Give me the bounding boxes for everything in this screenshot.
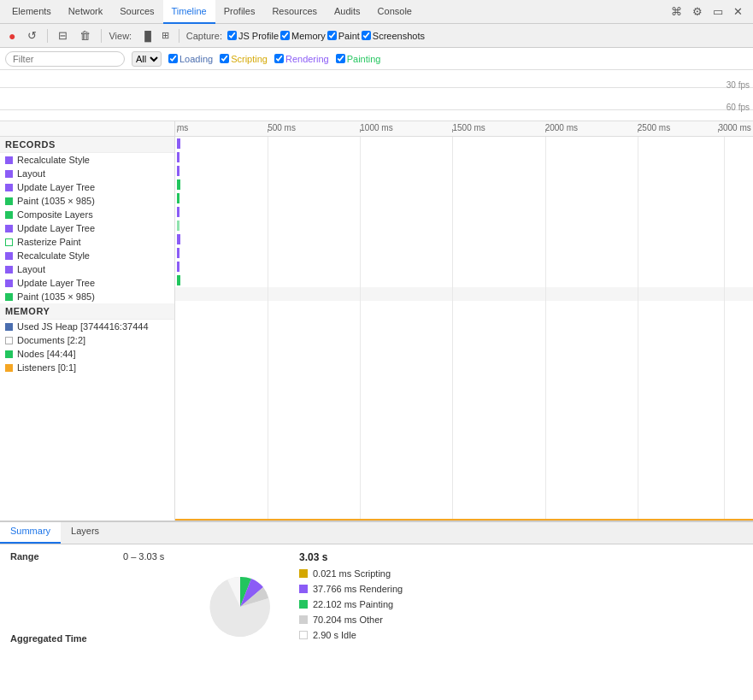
legend-idle: 2.90 s Idle <box>299 630 743 640</box>
tab-resources[interactable]: Resources <box>263 0 326 24</box>
memory-label-3: Nodes [44:44] <box>17 349 76 359</box>
legend-painting: 22.102 ms Painting <box>299 599 743 609</box>
settings2-icon-btn[interactable]: ⊞ <box>159 29 172 42</box>
loading-check[interactable]: Loading <box>168 54 213 64</box>
record-label-9: Layout <box>17 264 45 274</box>
record-rasterize-paint[interactable]: Rasterize Paint <box>0 235 174 249</box>
bar-row-6 <box>175 205 753 219</box>
filter-input[interactable] <box>5 51 125 67</box>
filter-icon-btn[interactable]: ⊟ <box>55 27 71 44</box>
bar-row-8 <box>175 232 753 246</box>
memory-js-heap[interactable]: Used JS Heap [3744416:37444 <box>0 320 174 333</box>
paint-checkbox[interactable] <box>327 31 337 40</box>
memory-label-4: Listeners [0:1] <box>17 362 76 373</box>
record-recalculate-style-2[interactable]: Recalculate Style <box>0 249 174 262</box>
memory-nodes[interactable]: Nodes [44:44] <box>0 347 174 361</box>
record-label-5: Composite Layers <box>17 209 93 220</box>
record-button[interactable]: ● <box>5 27 19 44</box>
scripting-check[interactable]: Scripting <box>220 54 268 64</box>
settings-icon-btn[interactable]: ⚙ <box>689 3 706 20</box>
toolbar: ● ↺ ⊟ 🗑 View: ▐▌ ⊞ Capture: JS Profile M… <box>0 24 753 48</box>
bar-paint-1 <box>177 179 180 190</box>
legend-color-rendering <box>299 585 308 593</box>
close-icon-btn[interactable]: ✕ <box>730 3 746 20</box>
toolbar-separator-1 <box>47 29 48 43</box>
tab-network[interactable]: Network <box>60 0 111 24</box>
rendering-check[interactable]: Rendering <box>274 54 329 64</box>
filter-checks: Loading Scripting Rendering Painting <box>168 54 380 64</box>
bar-recalculate-style-2 <box>177 234 180 244</box>
scripting-checkbox[interactable] <box>220 54 229 63</box>
tab-timeline[interactable]: Timeline <box>163 0 215 24</box>
agg-row: Aggregated Time <box>10 633 113 644</box>
tab-console[interactable]: Console <box>369 0 421 24</box>
tab-layers[interactable]: Layers <box>61 522 109 544</box>
left-panel[interactable]: RECORDS Recalculate Style Layout Update … <box>0 137 175 521</box>
right-panel[interactable] <box>175 137 753 521</box>
record-label-6: Update Layer Tree <box>17 223 95 233</box>
memory-checkbox[interactable] <box>280 31 290 40</box>
total-time: 3.03 s <box>299 551 743 563</box>
summary-pie-container <box>202 551 279 693</box>
tick-500: 500 ms <box>268 123 296 132</box>
time-ruler-left-spacer <box>0 121 175 136</box>
legend-text-idle: 2.90 s Idle <box>313 630 356 640</box>
terminal-icon-btn[interactable]: ⌘ <box>668 3 685 20</box>
toolbar-separator-2 <box>101 29 102 43</box>
record-color-outline-2 <box>5 337 13 344</box>
record-paint-1[interactable]: Paint (1035 × 985) <box>0 194 174 208</box>
capture-checks: JS Profile Memory Paint Screenshots <box>227 31 425 41</box>
record-color-outline-1 <box>5 238 13 246</box>
record-layout-2[interactable]: Layout <box>0 262 174 276</box>
record-color-green-4 <box>5 350 13 358</box>
memory-check[interactable]: Memory <box>280 31 326 41</box>
tab-sources[interactable]: Sources <box>111 0 162 24</box>
bottom-tabs: Summary Layers <box>0 522 753 544</box>
tab-summary[interactable]: Summary <box>0 522 61 544</box>
bottom-content: Range Aggregated Time 0 – 3.03 s <box>0 544 753 700</box>
legend-color-painting <box>299 600 308 609</box>
range-value: 0 – 3.03 s <box>123 551 164 562</box>
js-profile-checkbox[interactable] <box>227 31 237 40</box>
bar-chart-icon-btn[interactable]: ▐▌ <box>138 29 157 42</box>
tab-bar-actions: ⌘ ⚙ ▭ ✕ <box>668 3 750 20</box>
legend-text-rendering: 37.766 ms Rendering <box>313 584 403 594</box>
js-profile-check[interactable]: JS Profile <box>227 31 279 41</box>
tab-profiles[interactable]: Profiles <box>215 0 264 24</box>
record-recalculate-style-1[interactable]: Recalculate Style <box>0 153 174 167</box>
summary-labels: Range Aggregated Time <box>10 551 113 693</box>
memory-listeners[interactable]: Listeners [0:1] <box>0 361 174 374</box>
memory-documents[interactable]: Documents [2:2] <box>0 333 174 347</box>
record-composite-layers[interactable]: Composite Layers <box>0 208 174 221</box>
painting-checkbox[interactable] <box>336 54 345 63</box>
memory-label-2: Documents [2:2] <box>17 335 85 345</box>
record-color-green-1 <box>5 197 13 205</box>
painting-check[interactable]: Painting <box>336 54 381 64</box>
record-update-layer-tree-3[interactable]: Update Layer Tree <box>0 276 174 290</box>
capture-label: Capture: <box>186 31 222 41</box>
loading-checkbox[interactable] <box>168 54 178 63</box>
bar-recalculate-style-1 <box>177 138 180 149</box>
range-key: Range <box>10 551 113 562</box>
record-color-purple-1 <box>5 156 13 164</box>
bar-update-layer-tree-1 <box>177 166 179 176</box>
tab-list: Elements Network Sources Timeline Profil… <box>3 0 668 24</box>
screenshots-checkbox[interactable] <box>362 31 371 40</box>
agg-key: Aggregated Time <box>10 633 113 644</box>
tab-audits[interactable]: Audits <box>326 0 369 24</box>
paint-check[interactable]: Paint <box>327 31 360 41</box>
dock-icon-btn[interactable]: ▭ <box>709 3 727 20</box>
clear-button[interactable]: ↺ <box>24 27 40 44</box>
bar-row-1 <box>175 137 753 150</box>
trash-icon-btn[interactable]: 🗑 <box>76 27 94 44</box>
record-paint-2[interactable]: Paint (1035 × 985) <box>0 290 174 303</box>
record-color-blue-1 <box>5 323 13 331</box>
record-update-layer-tree-2[interactable]: Update Layer Tree <box>0 221 174 235</box>
legend-color-other <box>299 615 308 624</box>
rendering-checkbox[interactable] <box>274 54 284 63</box>
tab-elements[interactable]: Elements <box>3 0 60 24</box>
record-layout-1[interactable]: Layout <box>0 167 174 180</box>
screenshots-check[interactable]: Screenshots <box>362 31 425 41</box>
record-update-layer-tree-1[interactable]: Update Layer Tree <box>0 180 174 194</box>
all-select[interactable]: All <box>132 51 162 67</box>
